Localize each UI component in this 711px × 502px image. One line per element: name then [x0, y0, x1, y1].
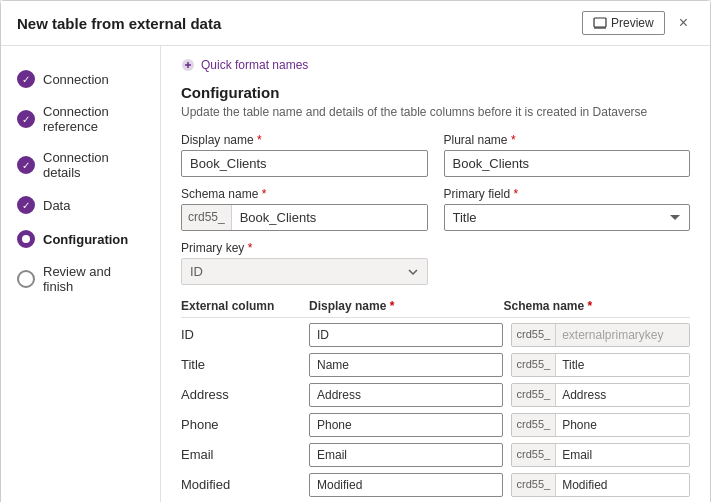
primary-field-group: Primary field * Title	[444, 187, 691, 231]
plural-name-label: Plural name *	[444, 133, 691, 147]
primary-key-label: Primary key *	[181, 241, 428, 255]
display-name-input[interactable]	[181, 150, 428, 177]
step-circle-connection-reference	[17, 110, 35, 128]
schema-name-input[interactable]	[232, 205, 427, 230]
primary-key-dropdown[interactable]: ID	[181, 258, 428, 285]
schema-group: crd55_	[511, 413, 691, 437]
col-header-schema: Schema name *	[504, 299, 691, 313]
schema-prefix: crd55_	[512, 324, 557, 346]
close-button[interactable]: ×	[673, 12, 694, 34]
sidebar-item-connection-details[interactable]: Connection details	[1, 142, 160, 188]
display-name-input[interactable]	[309, 383, 503, 407]
preview-button[interactable]: Preview	[582, 11, 665, 35]
external-column-value: Title	[181, 352, 301, 377]
step-circle-connection	[17, 70, 35, 88]
external-column-value: Phone	[181, 412, 301, 437]
table-row: Address crd55_	[181, 382, 690, 407]
preview-icon	[593, 16, 607, 30]
schema-prefix: crd55_	[512, 354, 557, 376]
primary-field-select[interactable]: Title	[444, 204, 691, 231]
external-column-value: Modified	[181, 472, 301, 497]
col-header-display: Display name *	[309, 299, 496, 313]
table-row: Modified crd55_	[181, 472, 690, 497]
dialog: New table from external data Preview × C…	[0, 0, 711, 502]
external-column-value: ID	[181, 322, 301, 347]
schema-input[interactable]	[556, 444, 690, 466]
schema-prefix: crd55_	[512, 444, 557, 466]
svg-rect-0	[594, 18, 606, 27]
quick-format-icon	[181, 58, 195, 72]
step-circle-review-finish	[17, 270, 35, 288]
table-row: Phone crd55_	[181, 412, 690, 437]
columns-header: External column Display name * Schema na…	[181, 295, 690, 318]
step-circle-data	[17, 196, 35, 214]
plural-name-input[interactable]	[444, 150, 691, 177]
main-content: Quick format names Configuration Update …	[161, 46, 710, 502]
display-name-input[interactable]	[309, 413, 503, 437]
schema-input-group: crd55_	[181, 204, 428, 231]
schema-prefix: crd55_	[512, 414, 557, 436]
table-row: Title crd55_	[181, 352, 690, 377]
section-title: Configuration	[181, 84, 690, 101]
schema-input[interactable]	[556, 384, 690, 406]
external-column-value: Address	[181, 382, 301, 407]
primary-field-label: Primary field *	[444, 187, 691, 201]
columns-rows: ID crd55_ Title crd55_ Address crd55_ Ph…	[181, 322, 690, 502]
form-row-primary-key: Primary key * ID	[181, 241, 690, 285]
table-row: ID crd55_	[181, 322, 690, 347]
sidebar-item-data[interactable]: Data	[1, 188, 160, 222]
sidebar-item-connection[interactable]: Connection	[1, 62, 160, 96]
display-name-label: Display name *	[181, 133, 428, 147]
dialog-title: New table from external data	[17, 15, 221, 32]
schema-input[interactable]	[556, 474, 690, 496]
schema-group: crd55_	[511, 353, 691, 377]
columns-table: External column Display name * Schema na…	[181, 295, 690, 502]
schema-input[interactable]	[556, 354, 690, 376]
schema-group: crd55_	[511, 443, 691, 467]
display-name-input[interactable]	[309, 443, 503, 467]
schema-prefix: crd55_	[182, 205, 232, 230]
step-circle-connection-details	[17, 156, 35, 174]
display-name-input[interactable]	[309, 473, 503, 497]
sidebar-item-configuration[interactable]: Configuration	[1, 222, 160, 256]
external-column-value: Email	[181, 442, 301, 467]
form-row-schema-primary: Schema name * crd55_ Primary field * Tit…	[181, 187, 690, 231]
sidebar-item-connection-reference[interactable]: Connection reference	[1, 96, 160, 142]
col-header-external: External column	[181, 299, 301, 313]
schema-input[interactable]	[556, 324, 690, 346]
schema-group: crd55_	[511, 473, 691, 497]
schema-prefix: crd55_	[512, 474, 557, 496]
dropdown-chevron-icon	[407, 266, 419, 278]
sidebar: Connection Connection reference Connecti…	[1, 46, 161, 502]
table-row: Email crd55_	[181, 442, 690, 467]
schema-name-label: Schema name *	[181, 187, 428, 201]
plural-name-group: Plural name *	[444, 133, 691, 177]
display-name-input[interactable]	[309, 353, 503, 377]
form-row-names: Display name * Plural name *	[181, 133, 690, 177]
schema-input[interactable]	[556, 414, 690, 436]
dialog-header: New table from external data Preview ×	[1, 1, 710, 46]
step-circle-configuration	[17, 230, 35, 248]
display-name-input[interactable]	[309, 323, 503, 347]
header-right: Preview ×	[582, 11, 694, 35]
schema-prefix: crd55_	[512, 384, 557, 406]
schema-group: crd55_	[511, 383, 691, 407]
display-name-group: Display name *	[181, 133, 428, 177]
primary-key-group: Primary key * ID	[181, 241, 428, 285]
schema-group: crd55_	[511, 323, 691, 347]
dialog-body: Connection Connection reference Connecti…	[1, 46, 710, 502]
sidebar-item-review-finish[interactable]: Review and finish	[1, 256, 160, 302]
schema-name-group: Schema name * crd55_	[181, 187, 428, 231]
quick-format-btn[interactable]: Quick format names	[181, 58, 690, 72]
section-desc: Update the table name and details of the…	[181, 105, 690, 119]
